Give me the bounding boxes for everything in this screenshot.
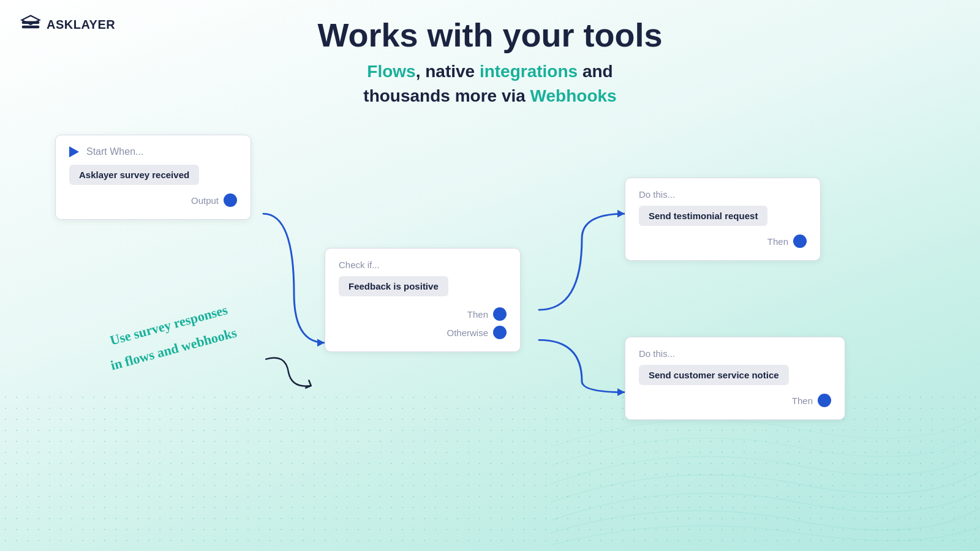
do-this-1-label: Do this... [639, 189, 807, 200]
svg-marker-5 [617, 388, 625, 396]
otherwise-label: Otherwise [447, 328, 488, 338]
flows-word: Flows [367, 62, 415, 81]
then-footer-2: Then [639, 394, 831, 407]
then-label-1: Then [767, 236, 788, 247]
svg-marker-4 [617, 210, 625, 218]
output-footer: Output [69, 193, 237, 207]
then-label-2: Then [792, 395, 813, 406]
then-label: Then [467, 309, 488, 320]
do-this-card-1: Do this... Send testimonial request Then [625, 178, 821, 261]
otherwise-connector-dot [493, 326, 507, 339]
then-connector-dot [493, 307, 507, 321]
check-if-card: Check if... Feedback is positive Then Ot… [325, 248, 521, 352]
integrations-word: integrations [480, 62, 578, 81]
otherwise-footer: Otherwise [339, 326, 507, 339]
then-dot-2 [818, 394, 831, 407]
then-dot-1 [793, 234, 807, 248]
output-label: Output [191, 195, 219, 206]
native-text: , native [416, 62, 480, 81]
start-when-label: Start When... [86, 146, 143, 157]
main-headline: Works with your tools [0, 17, 980, 53]
squiggle-arrow [254, 346, 334, 407]
feedback-positive-pill: Feedback is positive [339, 276, 448, 296]
svg-marker-3 [317, 339, 325, 347]
customer-service-pill: Send customer service notice [639, 365, 789, 385]
handwritten-annotation: Use survey responses in flows and webhoo… [110, 331, 240, 373]
then-footer: Then [339, 307, 507, 321]
thousands-text: thousands more via [363, 86, 530, 105]
do-this-2-label: Do this... [639, 348, 831, 359]
output-connector-dot [224, 193, 237, 207]
survey-received-pill: Asklayer survey received [69, 165, 199, 185]
start-header: Start When... [69, 146, 237, 157]
and-text: and [578, 62, 613, 81]
headline-section: Works with your tools Flows, native inte… [0, 17, 980, 108]
then-footer-1: Then [639, 234, 807, 248]
check-if-label: Check if... [339, 260, 507, 270]
sub-headline: Flows, native integrations and thousands… [0, 59, 980, 107]
do-this-card-2: Do this... Send customer service notice … [625, 337, 845, 420]
play-icon [69, 146, 79, 157]
flow-area: Start When... Asklayer survey received O… [31, 129, 949, 502]
webhooks-word: Webhooks [530, 86, 617, 105]
testimonial-request-pill: Send testimonial request [639, 206, 767, 226]
start-when-card: Start When... Asklayer survey received O… [55, 135, 251, 220]
